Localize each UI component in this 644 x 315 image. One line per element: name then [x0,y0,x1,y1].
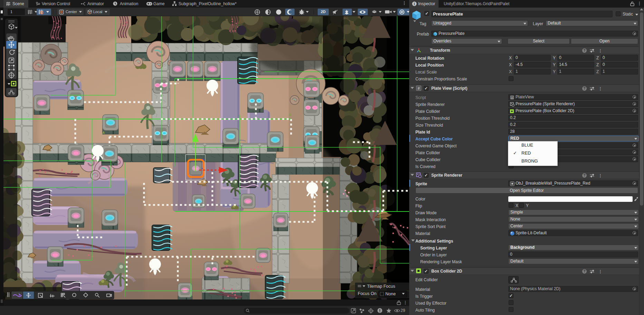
svg-text:i: i [414,2,415,6]
svg-text:None: None [385,292,396,296]
svg-text:#: # [511,96,513,99]
svg-text:Tilemap Focus: Tilemap Focus [367,284,395,289]
svg-text:Focus On: Focus On [358,291,376,296]
